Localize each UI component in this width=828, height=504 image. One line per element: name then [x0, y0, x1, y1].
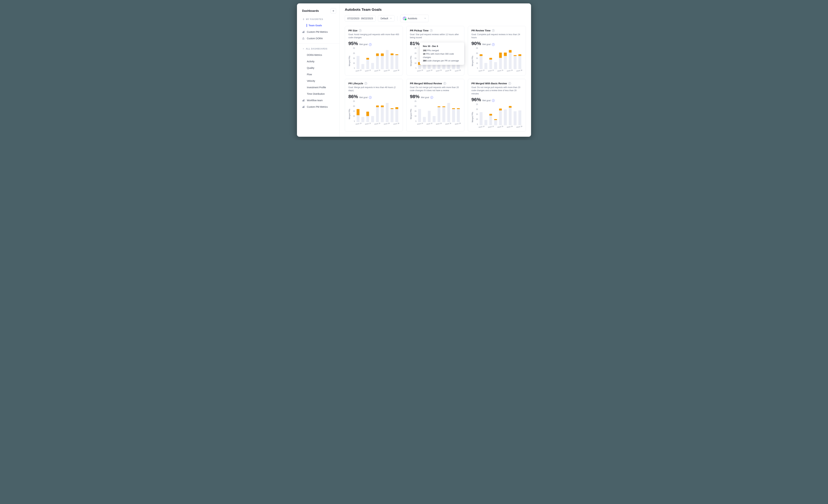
team-select[interactable]: AUT Autobots	[400, 15, 429, 22]
info-icon[interactable]: i	[369, 96, 372, 99]
bar-slot[interactable]	[422, 100, 426, 122]
sidebar-item-dora-metrics[interactable]: DORA Metrics	[297, 52, 339, 58]
bar-slot[interactable]	[493, 103, 498, 125]
bar-slot[interactable]	[432, 100, 436, 122]
add-dashboard-button[interactable]: +	[331, 8, 336, 14]
y-tick-label: 10	[474, 118, 478, 120]
bar	[371, 116, 374, 122]
svg-rect-3	[302, 38, 304, 39]
bar-slot[interactable]	[380, 47, 384, 69]
y-tick-label: 15	[351, 110, 355, 112]
bar-slot[interactable]	[479, 47, 483, 69]
sidebar-item-velocity[interactable]: Velocity	[297, 78, 339, 84]
sidebar-item-label: Custom DORA	[307, 37, 323, 40]
date-range-picker[interactable]: 07/22/2023 09/22/2023	[345, 15, 376, 22]
bar-slot[interactable]	[447, 100, 451, 122]
y-tick-label: 25	[351, 100, 355, 102]
bar-slot[interactable]	[498, 47, 502, 69]
help-icon[interactable]: ?	[508, 82, 511, 85]
bar-slot[interactable]	[508, 103, 512, 125]
bar-slot[interactable]	[361, 47, 365, 69]
y-axis-ticks: 252015105	[351, 47, 355, 73]
bar	[499, 108, 502, 125]
help-icon[interactable]: ?	[365, 82, 367, 85]
bar-slot[interactable]	[366, 100, 370, 122]
bar-slot[interactable]	[518, 47, 522, 69]
bar-slot[interactable]	[395, 47, 399, 69]
help-icon[interactable]: ?	[430, 29, 432, 32]
bar-slot[interactable]	[489, 47, 493, 69]
bar-slot[interactable]	[437, 100, 441, 122]
x-tick-label: Week 29	[417, 122, 423, 127]
bar-slot[interactable]	[503, 103, 507, 125]
sidebar-item-team-goals[interactable]: Team Goals	[297, 22, 339, 29]
bar-slot[interactable]	[484, 47, 488, 69]
bar-slot[interactable]	[395, 100, 399, 122]
bar-slot[interactable]	[479, 103, 483, 125]
metric-card-pr-merged-with-basic-review: PR Merged With Basic Review?Goal: Do not…	[468, 79, 526, 131]
bar-slot[interactable]	[484, 103, 488, 125]
bar	[386, 103, 389, 122]
bar-slot[interactable]	[513, 103, 517, 125]
bar-slot[interactable]	[385, 100, 389, 122]
page-title: Autobots Team Goals	[345, 7, 526, 12]
info-icon[interactable]: i	[492, 43, 495, 46]
x-tick-label: Week 35	[436, 122, 442, 127]
bar-slot[interactable]	[518, 103, 522, 125]
bar-slot[interactable]	[498, 103, 502, 125]
card-title: PR Merged With Basic Review	[471, 82, 507, 85]
bar-slot[interactable]	[508, 47, 512, 69]
bar	[457, 108, 460, 122]
sidebar-item-flow[interactable]: Flow	[297, 71, 339, 78]
info-icon[interactable]: i	[369, 43, 372, 46]
bar-slot[interactable]	[451, 100, 456, 122]
sidebar-item-investment-profile[interactable]: Investment Profile	[297, 84, 339, 91]
bar-over-segment	[457, 108, 460, 109]
bar-slot[interactable]	[493, 47, 498, 69]
bar-slot[interactable]	[370, 100, 375, 122]
bar-slot[interactable]	[390, 47, 394, 69]
sidebar-item-custom-dora[interactable]: Custom DORA	[297, 35, 339, 42]
bar-chart: Merged PRs252015105Week 29Week 32Week 35…	[348, 47, 399, 73]
sidebar-item-time-distribution[interactable]: Time Distribution	[297, 91, 339, 97]
bar-slot[interactable]	[427, 100, 431, 122]
bar-slot[interactable]	[513, 47, 517, 69]
x-tick-label: Week 32	[426, 122, 433, 127]
bar-slot[interactable]	[366, 47, 370, 69]
bar-slot[interactable]	[390, 100, 394, 122]
bars-icon	[302, 99, 305, 102]
bar-slot[interactable]	[356, 100, 360, 122]
preset-select[interactable]: Default	[378, 15, 395, 22]
info-icon[interactable]: i	[492, 99, 495, 102]
bar-slot[interactable]	[380, 100, 384, 122]
help-icon[interactable]: ?	[359, 29, 362, 32]
x-tick-label	[443, 70, 445, 74]
help-icon[interactable]: ?	[492, 29, 495, 32]
svg-rect-2	[304, 31, 304, 33]
bar-slot[interactable]	[356, 47, 360, 69]
help-icon[interactable]: ?	[443, 82, 446, 85]
bar-slot[interactable]	[361, 100, 365, 122]
bar-slot[interactable]	[385, 47, 389, 69]
x-tick-label	[494, 70, 497, 74]
bar-slot[interactable]	[417, 100, 421, 122]
bar-slot[interactable]	[503, 47, 507, 69]
all-dashboards-section-label[interactable]: ALL DASHBOARDS	[297, 46, 339, 52]
bar-slot[interactable]	[370, 47, 375, 69]
x-tick-label	[433, 123, 436, 127]
sidebar-item-workflow-team[interactable]: Workflow team	[297, 97, 339, 104]
bar-slot[interactable]	[456, 100, 460, 122]
sidebar-item-activity[interactable]: Activity	[297, 58, 339, 65]
info-icon[interactable]: i	[430, 96, 433, 99]
tooltip-line: 18 PRs with more than 300 code changes	[423, 52, 461, 59]
bar-slot[interactable]	[489, 103, 493, 125]
bar-slot[interactable]	[375, 100, 379, 122]
sidebar-item-label: Velocity	[307, 80, 315, 82]
bar-slot[interactable]	[442, 100, 446, 122]
sidebar-item-custom-pm-metrics[interactable]: Custom PM Metrics	[297, 29, 339, 35]
sidebar-item-custom-pm-metrics[interactable]: Custom PM Metrics	[297, 104, 339, 110]
bar-slot[interactable]	[375, 47, 379, 69]
bar	[513, 111, 516, 125]
sidebar-item-quality[interactable]: Quality	[297, 65, 339, 71]
bar-chart: Merged PRs252015105Week 29Week 32Week 35…	[410, 100, 461, 126]
